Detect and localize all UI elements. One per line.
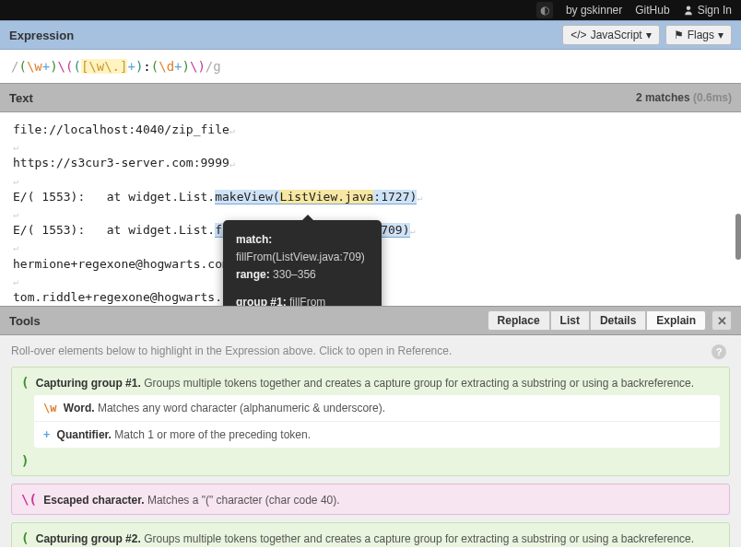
explain-escaped[interactable]: \( Escaped character. Matches a "(" char… (11, 484, 730, 515)
tools-label: Tools (9, 314, 41, 328)
text-line: https://s3cur3-server.com:9999↵ (13, 155, 728, 171)
tab-list[interactable]: List (550, 310, 590, 331)
tab-explain[interactable]: Explain (646, 310, 706, 331)
text-label: Text (9, 91, 33, 105)
scrollbar-thumb[interactable] (735, 214, 741, 260)
expression-input[interactable]: /(\w+)\(([\w\.]+):(\d+)\)/g (0, 50, 741, 83)
expression-label: Expression (9, 29, 74, 42)
text-header: Text 2 matches (0.6ms) (0, 83, 741, 112)
explain-quantifier[interactable]: + Quantifier. Match 1 or more of the pre… (34, 422, 720, 448)
tools-panel: ? Roll-over elements below to highlight … (0, 335, 741, 547)
user-icon (683, 5, 694, 16)
tab-replace[interactable]: Replace (488, 310, 550, 331)
explain-group2[interactable]: ( Capturing group #2. Groups multiple to… (11, 522, 730, 547)
text-line: E/( 1553): at widget.List.makeView(ListV… (13, 189, 728, 205)
author-link[interactable]: gskinner (581, 4, 622, 17)
tab-details[interactable]: Details (590, 310, 646, 331)
explain-group1[interactable]: ( Capturing group #1. Groups multiple to… (11, 367, 730, 476)
top-nav: ◐ by gskinner GitHub Sign In (0, 0, 741, 20)
match-tooltip: match: fillFrom(ListView.java:709) range… (223, 220, 382, 306)
github-link[interactable]: GitHub (635, 4, 669, 17)
flavor-button[interactable]: </> JavaScript ▾ (562, 25, 659, 45)
text-line: file://localhost:4040/zip_file↵ (13, 122, 728, 138)
tools-hint: Roll-over elements below to highlight in… (11, 344, 730, 357)
explain-word[interactable]: \w Word. Matches any word character (alp… (34, 395, 720, 422)
match-count: 2 matches (0.6ms) (636, 91, 732, 104)
theme-toggle[interactable]: ◐ (536, 2, 553, 18)
expression-header: Expression </> JavaScript ▾ ⚑ Flags ▾ (0, 20, 741, 50)
tools-tabs: Replace List Details Explain ✕ (488, 310, 732, 331)
tools-header: Tools Replace List Details Explain ✕ (0, 306, 741, 335)
byline: by gskinner (566, 4, 622, 17)
signin-link[interactable]: Sign In (683, 4, 732, 17)
tools-close-button[interactable]: ✕ (712, 310, 732, 331)
close-icon: ✕ (717, 314, 727, 328)
text-input[interactable]: file://localhost:4040/zip_file↵ ↵ https:… (0, 112, 741, 306)
flags-button[interactable]: ⚑ Flags ▾ (665, 25, 732, 45)
help-icon[interactable]: ? (712, 344, 726, 359)
